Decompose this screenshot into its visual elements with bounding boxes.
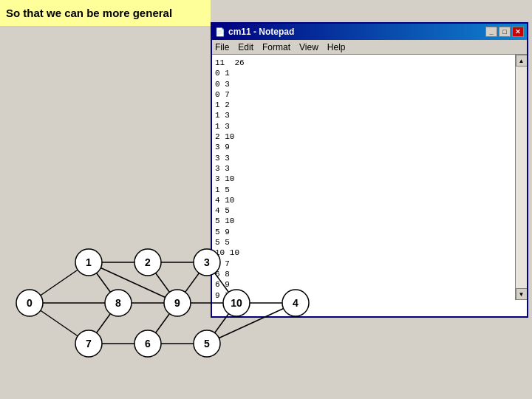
edge-1-9 [89,262,177,303]
notepad-controls: _ □ ✕ [485,27,524,37]
svg-text:10: 10 [231,297,242,309]
svg-text:4: 4 [293,297,299,309]
edge-4-5 [207,303,296,344]
svg-text:0: 0 [27,297,33,309]
notepad-title: cm11 - Notepad [225,27,485,37]
notepad-titlebar: 📄 cm11 - Notepad _ □ ✕ [212,24,527,40]
menu-format[interactable]: Format [262,42,290,52]
scroll-up-button[interactable]: ▲ [516,55,528,66]
notepad-scrollbar[interactable]: ▲ ▼ [515,55,527,300]
maximize-button[interactable]: □ [499,27,511,37]
menu-view[interactable]: View [299,42,318,52]
svg-text:3: 3 [204,256,210,268]
svg-text:1: 1 [86,256,92,268]
close-button[interactable]: ✕ [512,27,524,37]
scroll-down-button[interactable]: ▼ [516,288,528,300]
svg-text:7: 7 [86,338,92,349]
graph-area: 012345678910 [0,222,340,384]
node-3: 3 [194,249,220,276]
svg-text:8: 8 [115,297,121,309]
svg-text:9: 9 [174,297,180,309]
menu-edit[interactable]: Edit [238,42,253,52]
node-6: 6 [134,330,161,357]
minimize-button[interactable]: _ [485,27,497,37]
node-8: 8 [105,290,132,316]
menu-file[interactable]: File [215,42,229,52]
node-7: 7 [75,330,102,357]
graph-svg: 012345678910 [0,222,340,384]
scroll-track [516,66,527,288]
menu-help[interactable]: Help [327,42,346,52]
node-0: 0 [16,290,43,316]
notepad-menubar: File Edit Format View Help [212,40,527,55]
node-9: 9 [164,290,191,316]
svg-text:5: 5 [204,338,210,349]
node-5: 5 [194,330,220,357]
header-banner: So that we can be more general [0,0,211,26]
header-text: So that we can be more general [6,7,172,19]
node-4: 4 [282,290,309,316]
node-1: 1 [75,249,102,276]
svg-text:6: 6 [145,338,151,349]
node-2: 2 [134,249,161,276]
node-10: 10 [223,290,250,316]
svg-text:2: 2 [145,256,151,268]
